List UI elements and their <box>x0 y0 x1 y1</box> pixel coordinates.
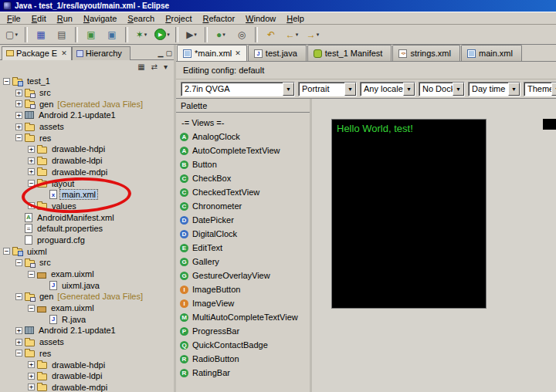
tree-item[interactable]: drawable-hdpi <box>0 359 174 370</box>
tree-item[interactable]: res <box>0 348 174 360</box>
tree-expander-icon[interactable] <box>15 259 22 266</box>
dropdown-arrow-icon[interactable]: ▼ <box>453 83 464 96</box>
tree-item[interactable]: main.xml <box>0 189 174 201</box>
android-sdk-manager-button[interactable]: ▣ <box>81 26 101 43</box>
palette-item[interactable]: R RatingBar <box>176 366 310 380</box>
editor-tab[interactable]: test_1 Manifest <box>307 45 392 61</box>
menu-item[interactable]: Refactor <box>197 13 240 24</box>
last-edit-location-button[interactable]: ↶ <box>261 26 281 43</box>
collapse-all-icon[interactable]: ▦ <box>137 63 144 71</box>
menu-item[interactable]: Run <box>52 13 78 24</box>
view-tab[interactable]: Hierarchy <box>72 46 131 60</box>
save-button[interactable]: ▦ <box>31 26 51 43</box>
tree-item[interactable]: uixml.java <box>0 279 174 291</box>
view-menu-icon[interactable]: ▾ <box>164 63 168 71</box>
tree-expander-icon[interactable] <box>15 112 22 119</box>
tree-item[interactable]: Android 2.1-update1 <box>0 110 174 121</box>
forward-button[interactable]: → <box>303 26 323 43</box>
tree-item[interactable]: R.java <box>0 313 174 325</box>
tree-item[interactable]: drawable-mdpi <box>0 167 174 178</box>
tree-item[interactable]: layout <box>0 177 174 189</box>
tree-expander-icon[interactable] <box>15 100 22 107</box>
layout-canvas[interactable]: Hello World, test! <box>312 99 556 392</box>
tree-expander-icon[interactable] <box>28 180 35 187</box>
time-combo[interactable]: Day time ▼ <box>468 82 520 96</box>
tree-expander-icon[interactable] <box>28 157 35 164</box>
device-config-combo[interactable]: 2.7in QVGA ▼ <box>181 82 295 96</box>
palette-item[interactable]: P ProgressBar <box>176 324 310 338</box>
palette-item[interactable]: -= Views =- <box>176 116 310 130</box>
tree-expander-icon[interactable] <box>28 271 35 278</box>
palette-item[interactable]: D DatePicker <box>176 213 310 227</box>
tree-expander-icon[interactable] <box>28 146 35 153</box>
tree-expander-icon[interactable] <box>28 361 35 368</box>
tree-expander-icon[interactable] <box>28 384 35 390</box>
tree-expander-icon[interactable] <box>15 350 22 357</box>
palette-item[interactable]: Q QuickContactBadge <box>176 338 310 352</box>
tree-item[interactable]: assets <box>0 336 174 348</box>
palette-item[interactable]: A AnalogClock <box>176 130 310 144</box>
debug-button[interactable]: ✶ <box>131 26 151 43</box>
palette-item[interactable]: B Button <box>176 157 310 171</box>
palette-item[interactable]: C CheckedTextView <box>176 185 310 199</box>
locale-combo[interactable]: Any locale ▼ <box>360 82 415 96</box>
tree-expander-icon[interactable] <box>15 327 22 334</box>
palette-item[interactable]: I ImageView <box>176 296 310 310</box>
tree-expander-icon[interactable] <box>3 78 10 85</box>
tree-item[interactable]: drawable-mdpi <box>0 382 174 392</box>
tree-item[interactable]: proguard.cfg <box>0 235 174 246</box>
print-button[interactable]: ▤ <box>52 26 72 43</box>
palette-item[interactable]: M MultiAutoCompleteTextView <box>176 310 310 324</box>
dropdown-arrow-icon[interactable]: ▼ <box>508 83 520 96</box>
close-icon[interactable]: ✕ <box>235 49 241 57</box>
new-wizard-button[interactable]: ▢ <box>2 26 22 43</box>
dropdown-arrow-icon[interactable]: ▼ <box>344 83 356 96</box>
tree-item[interactable]: drawable-ldpi <box>0 370 174 382</box>
menu-item[interactable]: Navigate <box>78 13 122 24</box>
palette-item[interactable]: C CheckBox <box>176 171 310 185</box>
theme-combo[interactable]: Theme ▼ <box>524 82 556 96</box>
tree-expander-icon[interactable] <box>15 293 22 300</box>
palette-item[interactable]: C Chronometer <box>176 199 310 213</box>
menu-item[interactable]: Search <box>122 13 160 24</box>
menu-item[interactable]: Help <box>281 13 310 24</box>
tree-item[interactable]: drawable-ldpi <box>0 155 174 167</box>
tree-item[interactable]: test_1 <box>0 76 174 87</box>
editor-tab[interactable]: test.java <box>248 45 307 61</box>
tree-item[interactable]: src <box>0 87 174 99</box>
dropdown-arrow-icon[interactable]: ▼ <box>403 83 415 96</box>
maximize-icon[interactable]: ▢ <box>165 50 172 57</box>
new-java-element-button[interactable]: ● <box>211 26 231 43</box>
tree-item[interactable]: drawable-hdpi <box>0 144 174 155</box>
tree-item[interactable]: res <box>0 132 174 144</box>
tree-expander-icon[interactable] <box>28 202 35 209</box>
tree-item[interactable]: exam.uixml <box>0 302 174 314</box>
title-bar[interactable]: Java - test_1/res/layout/main.xml - Ecli… <box>0 0 556 12</box>
palette-item[interactable]: G Gallery <box>176 255 310 269</box>
tree-item[interactable]: src <box>0 257 174 269</box>
tree-item[interactable]: gen [Generated Java Files] <box>0 291 174 302</box>
editor-tab[interactable]: main.xml <box>461 45 522 61</box>
tree-item[interactable]: Android 2.1-update1 <box>0 325 174 336</box>
tree-expander-icon[interactable] <box>15 123 22 130</box>
link-with-editor-icon[interactable]: ⇄ <box>151 63 158 71</box>
palette-item[interactable]: R RadioButton <box>176 352 310 366</box>
editor-tab[interactable]: *main.xml ✕ <box>177 45 247 61</box>
menu-item[interactable]: Window <box>240 13 281 24</box>
palette-item[interactable]: A AutoCompleteTextView <box>176 144 310 157</box>
android-avd-manager-button[interactable]: ▣ <box>102 26 122 43</box>
palette-item[interactable]: D DigitalClock <box>176 227 310 241</box>
tree-expander-icon[interactable] <box>15 90 22 96</box>
dock-combo[interactable]: No Dock ▼ <box>419 82 465 96</box>
orientation-combo[interactable]: Portrait ▼ <box>298 82 357 96</box>
external-tools-button[interactable]: ▶ <box>181 26 202 43</box>
tree-item[interactable]: uixml <box>0 245 174 257</box>
tree-item[interactable]: AndroidManifest.xml <box>0 211 174 223</box>
tree-expander-icon[interactable] <box>15 339 22 346</box>
view-tab[interactable]: Package E ✕ <box>2 46 72 60</box>
minimize-icon[interactable]: ▁ <box>158 50 164 57</box>
palette-item[interactable]: G GestureOverlayView <box>176 269 310 282</box>
tree-expander-icon[interactable] <box>28 168 35 175</box>
editor-tab[interactable]: strings.xml <box>392 45 460 61</box>
device-screen[interactable]: Hello World, test! <box>331 119 486 309</box>
